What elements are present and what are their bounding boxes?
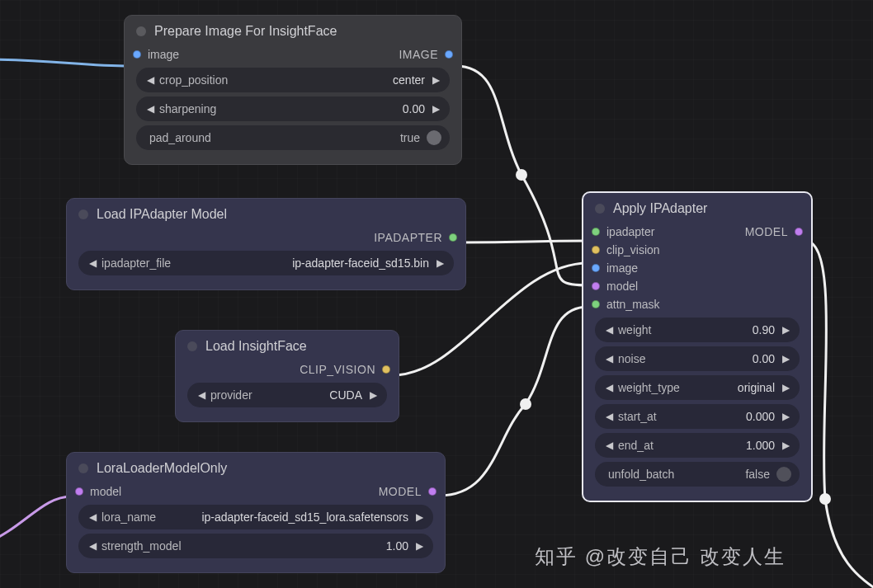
arrow-right-icon[interactable]: ▶ xyxy=(428,103,443,115)
arrow-left-icon[interactable]: ◀ xyxy=(194,389,209,401)
arrow-left-icon[interactable]: ◀ xyxy=(85,540,100,552)
arrow-right-icon[interactable]: ▶ xyxy=(432,257,447,269)
io-label: clip_vision xyxy=(606,243,660,256)
output-port-model[interactable] xyxy=(428,487,436,496)
io-label: ipadapter xyxy=(606,225,654,238)
node-load-insightface[interactable]: Load InsightFace CLIP_VISION ◀ provider … xyxy=(175,330,399,422)
node-prepare-image[interactable]: Prepare Image For InsightFace image IMAG… xyxy=(124,15,462,165)
arrow-right-icon[interactable]: ▶ xyxy=(366,389,380,401)
widget-noise[interactable]: ◀ noise 0.00 ▶ xyxy=(595,346,800,371)
reroute-dot[interactable] xyxy=(516,169,527,181)
output-port-clip-vision[interactable] xyxy=(382,365,390,374)
arrow-right-icon[interactable]: ▶ xyxy=(778,382,793,393)
reroute-dot[interactable] xyxy=(819,493,831,505)
collapse-icon[interactable] xyxy=(78,463,88,473)
arrow-left-icon[interactable]: ◀ xyxy=(143,74,158,86)
widget-pad-around[interactable]: pad_around true xyxy=(136,125,450,150)
input-port-model[interactable] xyxy=(75,487,83,496)
arrow-left-icon[interactable]: ◀ xyxy=(85,511,100,523)
input-port-attn-mask[interactable] xyxy=(592,300,600,308)
node-title: Prepare Image For InsightFace xyxy=(154,24,337,39)
arrow-right-icon[interactable]: ▶ xyxy=(412,540,427,552)
widget-provider[interactable]: ◀ provider CUDA ▶ xyxy=(187,383,387,407)
node-title: Load IPAdapter Model xyxy=(97,207,227,222)
io-label: model xyxy=(90,485,121,498)
input-port-image[interactable] xyxy=(133,50,141,59)
reroute-dot[interactable] xyxy=(520,398,531,410)
widget-weight[interactable]: ◀ weight 0.90 ▶ xyxy=(595,318,800,342)
io-label: model xyxy=(606,280,638,293)
io-label: attn_mask xyxy=(606,298,660,311)
toggle-icon[interactable] xyxy=(427,130,441,145)
arrow-right-icon[interactable]: ▶ xyxy=(778,324,793,336)
arrow-right-icon[interactable]: ▶ xyxy=(428,74,443,86)
arrow-left-icon[interactable]: ◀ xyxy=(602,411,616,422)
io-label: IMAGE xyxy=(399,48,438,61)
io-label: CLIP_VISION xyxy=(300,363,375,376)
arrow-right-icon[interactable]: ▶ xyxy=(778,353,793,365)
output-port-model[interactable] xyxy=(795,228,803,236)
widget-unfold-batch[interactable]: unfold_batch false xyxy=(595,462,800,487)
io-label: MODEL xyxy=(745,225,788,238)
io-label: IPADAPTER xyxy=(374,231,442,244)
arrow-right-icon[interactable]: ▶ xyxy=(778,440,793,451)
widget-strength-model[interactable]: ◀ strength_model 1.00 ▶ xyxy=(78,534,433,558)
node-title: Load InsightFace xyxy=(205,339,307,354)
widget-weight-type[interactable]: ◀ weight_type original ▶ xyxy=(595,375,800,400)
widget-end-at[interactable]: ◀ end_at 1.000 ▶ xyxy=(595,433,800,458)
collapse-icon[interactable] xyxy=(136,26,146,36)
output-port-image[interactable] xyxy=(445,50,453,59)
arrow-left-icon[interactable]: ◀ xyxy=(143,103,158,115)
arrow-left-icon[interactable]: ◀ xyxy=(602,324,616,336)
widget-lora-name[interactable]: ◀ lora_name ip-adapter-faceid_sd15_lora.… xyxy=(78,505,433,529)
arrow-right-icon[interactable]: ▶ xyxy=(412,511,427,523)
io-label: MODEL xyxy=(379,485,422,498)
node-title: Apply IPAdapter xyxy=(613,201,707,216)
node-title: LoraLoaderModelOnly xyxy=(97,461,227,476)
widget-start-at[interactable]: ◀ start_at 0.000 ▶ xyxy=(595,404,800,429)
collapse-icon[interactable] xyxy=(78,209,88,219)
node-apply-ipadapter[interactable]: Apply IPAdapter ipadapter MODEL clip_vis… xyxy=(582,191,813,502)
io-label: image xyxy=(148,48,179,61)
arrow-right-icon[interactable]: ▶ xyxy=(778,411,793,422)
input-port-clip-vision[interactable] xyxy=(592,246,600,254)
input-port-image[interactable] xyxy=(592,264,600,272)
widget-crop-position[interactable]: ◀ crop_position center ▶ xyxy=(136,68,450,92)
widget-sharpening[interactable]: ◀ sharpening 0.00 ▶ xyxy=(136,96,450,121)
output-port-ipadapter[interactable] xyxy=(449,233,457,242)
arrow-left-icon[interactable]: ◀ xyxy=(602,382,616,393)
watermark-text: 知乎 @改变自己 改变人生 xyxy=(535,543,786,570)
widget-ipadapter-file[interactable]: ◀ ipadapter_file ip-adapter-faceid_sd15.… xyxy=(78,251,454,275)
input-port-ipadapter[interactable] xyxy=(592,228,600,236)
node-lora-loader[interactable]: LoraLoaderModelOnly model MODEL ◀ lora_n… xyxy=(66,452,446,573)
input-port-model[interactable] xyxy=(592,282,600,290)
node-load-ipadapter[interactable]: Load IPAdapter Model IPADAPTER ◀ ipadapt… xyxy=(66,198,466,290)
collapse-icon[interactable] xyxy=(187,341,197,351)
toggle-icon[interactable] xyxy=(776,467,791,482)
arrow-left-icon[interactable]: ◀ xyxy=(85,257,100,269)
collapse-icon[interactable] xyxy=(595,204,605,214)
arrow-left-icon[interactable]: ◀ xyxy=(602,353,616,365)
io-label: image xyxy=(606,261,638,275)
arrow-left-icon[interactable]: ◀ xyxy=(602,440,616,451)
